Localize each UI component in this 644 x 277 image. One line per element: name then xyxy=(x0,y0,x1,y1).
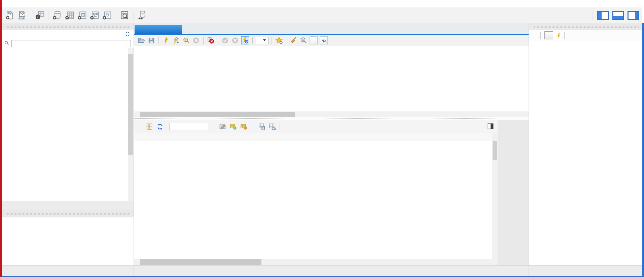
toggle-preview-pane-icon[interactable] xyxy=(488,123,494,130)
refresh-grid-icon[interactable] xyxy=(156,123,164,130)
filter-bar xyxy=(2,39,134,48)
delete-row-icon[interactable] xyxy=(240,123,247,130)
scroll-right-icon[interactable] xyxy=(523,111,529,117)
result-grid-zone xyxy=(134,120,498,265)
toggle-autocommit-icon[interactable] xyxy=(241,36,249,44)
tab-emailtemplates[interactable] xyxy=(135,25,182,34)
execute-query-icon[interactable] xyxy=(162,36,170,44)
toggle-word-wrap-icon[interactable] xyxy=(320,36,328,44)
toggle-right-panel-button[interactable] xyxy=(628,11,639,20)
edit-record-icon[interactable] xyxy=(219,123,226,130)
toggle-left-panel-button[interactable] xyxy=(597,11,609,20)
create-function-icon[interactable]: f() xyxy=(102,10,112,21)
create-procedure-icon[interactable] xyxy=(89,10,100,21)
main-toolbar: SQL SQL i f() xyxy=(2,7,642,23)
reconnect-dbms-icon[interactable] xyxy=(137,10,147,21)
scroll-up-icon[interactable] xyxy=(128,48,134,54)
filter-objects-input[interactable] xyxy=(11,40,131,47)
grid-vscrollbar[interactable] xyxy=(492,133,498,259)
editor-code[interactable] xyxy=(153,46,529,111)
scrollbar-thumb[interactable] xyxy=(493,141,497,160)
workspace: A xyxy=(2,23,642,276)
find-icon[interactable]: A xyxy=(299,36,308,44)
editor-result-splitter[interactable] xyxy=(134,117,529,120)
refresh-schemas-icon[interactable] xyxy=(125,31,130,38)
sql-editor[interactable] xyxy=(134,46,529,111)
filter-rows-input[interactable] xyxy=(170,123,208,130)
grid-hscrollbar[interactable] xyxy=(134,259,498,265)
navigator-bottom-strip xyxy=(2,265,134,276)
explain-plan-icon[interactable] xyxy=(182,36,190,44)
insert-row-icon[interactable] xyxy=(229,123,237,130)
save-script-icon[interactable] xyxy=(147,36,155,44)
toolbar-separator xyxy=(218,37,218,44)
svg-text:SQL: SQL xyxy=(20,12,25,15)
scroll-right-icon[interactable] xyxy=(492,259,498,265)
result-tabs-bar xyxy=(134,265,529,276)
editor-hscrollbar[interactable] xyxy=(134,111,529,117)
toggle-bottom-panel-button[interactable] xyxy=(612,11,624,20)
context-help-body xyxy=(529,41,642,265)
information-header xyxy=(2,210,134,217)
open-script-icon[interactable] xyxy=(137,36,145,44)
schema-tree xyxy=(2,48,134,201)
navigator-panel xyxy=(2,23,134,276)
import-recordset-icon[interactable] xyxy=(269,123,276,130)
save-snippet-icon[interactable] xyxy=(275,36,283,44)
rollback-icon[interactable] xyxy=(231,36,239,44)
scroll-down-icon[interactable] xyxy=(128,196,134,201)
navigator-header xyxy=(2,23,134,30)
beautify-sql-icon[interactable] xyxy=(289,36,297,44)
sql-additions-header xyxy=(529,23,642,30)
scrollbar-thumb[interactable] xyxy=(128,54,133,155)
execute-current-statement-icon[interactable] xyxy=(172,36,180,44)
limit-rows-dropdown[interactable] xyxy=(256,37,269,44)
scroll-down-icon[interactable] xyxy=(492,253,498,259)
menu-bar xyxy=(2,0,642,7)
svg-text:f(): f() xyxy=(106,13,109,17)
toolbar-separator xyxy=(47,10,49,20)
automatic-context-help-icon[interactable] xyxy=(557,33,561,38)
grid-columns-icon[interactable] xyxy=(146,123,153,130)
new-sql-editor-icon[interactable]: SQL xyxy=(4,10,15,21)
center-area: A xyxy=(134,23,529,276)
create-table-icon[interactable] xyxy=(64,10,75,21)
scroll-left-icon[interactable] xyxy=(134,111,139,117)
manual-context-help-icon[interactable] xyxy=(544,31,553,39)
editor-tab-bar xyxy=(134,23,529,35)
export-recordset-icon[interactable] xyxy=(258,123,265,130)
toolbar-separator xyxy=(591,10,593,20)
schema-inspector-icon[interactable]: i xyxy=(34,10,45,21)
toolbar-separator xyxy=(203,37,204,44)
navigator-tabs xyxy=(2,201,134,210)
toolbar-separator xyxy=(30,10,32,20)
preferences-gear-icon[interactable] xyxy=(578,10,589,21)
table-data-search-icon[interactable] xyxy=(119,10,130,21)
toggle-invisible-characters-icon[interactable] xyxy=(310,36,318,44)
left-edge-accent xyxy=(0,0,2,277)
create-schema-icon[interactable] xyxy=(52,10,63,21)
stop-query-icon[interactable] xyxy=(192,36,200,44)
open-sql-script-icon[interactable]: SQL xyxy=(17,10,28,21)
result-grid-toolbar xyxy=(134,120,498,133)
toggle-stop-on-error-icon[interactable] xyxy=(207,36,215,44)
navigator-scrollbar[interactable] xyxy=(128,48,134,201)
search-icon xyxy=(4,41,9,46)
create-view-icon[interactable] xyxy=(77,10,87,21)
result-grid-table xyxy=(134,133,498,259)
grid-rows xyxy=(134,141,498,259)
scroll-up-icon[interactable] xyxy=(492,133,498,139)
commit-icon[interactable] xyxy=(221,36,229,44)
sql-additions-toolbar xyxy=(529,30,642,41)
toolbar-separator xyxy=(272,37,272,44)
scroll-left-icon[interactable] xyxy=(134,259,140,265)
scrollbar-thumb[interactable] xyxy=(140,259,261,265)
svg-text:A: A xyxy=(302,38,304,41)
toolbar-separator xyxy=(132,10,134,20)
sql-additions-panel xyxy=(529,23,642,276)
scrollbar-thumb[interactable] xyxy=(140,112,295,117)
mysql-workbench-window: SQL SQL i f() xyxy=(0,0,644,277)
sql-editor-toolbar: A xyxy=(134,35,529,46)
grid-header-row xyxy=(134,133,498,141)
sql-additions-tabs xyxy=(529,265,642,276)
